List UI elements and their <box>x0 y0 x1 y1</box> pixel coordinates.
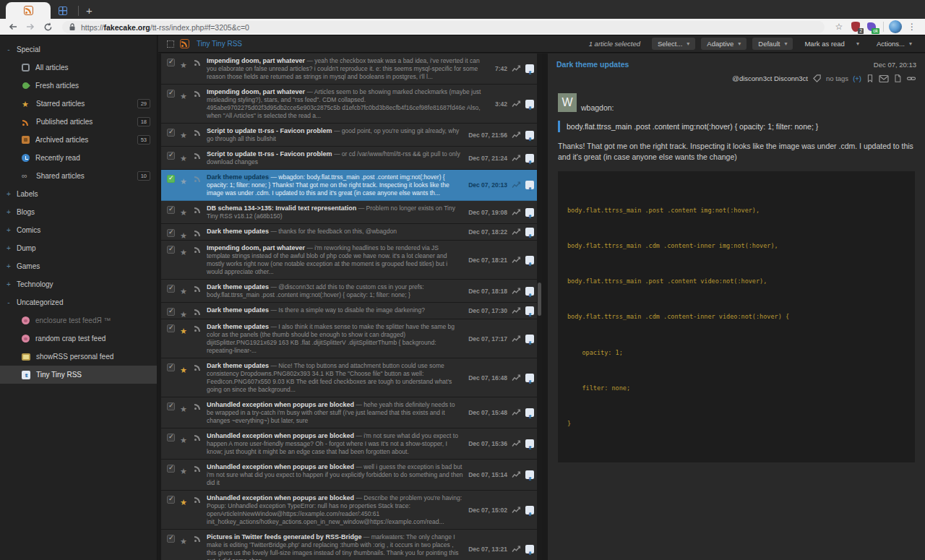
score-icon[interactable] <box>512 409 521 416</box>
sidebar-feed-item[interactable]: Tiny Tiny RSS <box>0 366 157 384</box>
row-checkbox[interactable] <box>167 402 175 410</box>
headline-row[interactable]: DB schema 134->135: Invalid text represe… <box>161 201 537 224</box>
star-icon[interactable] <box>180 245 189 254</box>
bookmark-star-icon[interactable]: ☆ <box>832 20 846 33</box>
headline-text[interactable]: Unhandled exception when popups are bloc… <box>207 494 463 526</box>
row-checkbox[interactable] <box>167 496 175 504</box>
headline-title[interactable]: Unhandled exception when popups are bloc… <box>207 494 354 501</box>
sidebar-category[interactable]: + Dump <box>0 239 157 257</box>
headline-text[interactable]: Dark theme updates — I also think it mak… <box>207 322 463 355</box>
headline-text[interactable]: DB schema 134->135: Invalid text represe… <box>207 204 463 220</box>
order-dropdown[interactable]: Default ▾ <box>752 38 793 50</box>
headline-row[interactable]: Script to update tt-rss - Favicon proble… <box>161 124 537 147</box>
star-icon[interactable] <box>180 174 189 183</box>
row-checkbox[interactable] <box>167 465 175 473</box>
expand-icon[interactable]: + <box>6 208 12 216</box>
headline-text[interactable]: Script to update tt-rss - Favicon proble… <box>207 126 463 143</box>
sidebar-special-item[interactable]: All articles <box>0 59 157 77</box>
current-feed-title[interactable]: Tiny Tiny RSS <box>197 40 242 48</box>
headline-row[interactable]: Unhandled exception when popups are bloc… <box>161 491 537 530</box>
collapse-icon[interactable]: - <box>6 298 12 306</box>
headline-row[interactable]: Dark theme updates — @disconn3ct add thi… <box>161 280 537 303</box>
headline-row[interactable]: Impending doom, part whatever — yeah the… <box>161 53 537 85</box>
sidebar-feed-item[interactable]: random crap test feed <box>0 329 157 348</box>
headline-text[interactable]: Impending doom, part whatever — Articles… <box>207 87 490 120</box>
row-checkbox[interactable] <box>167 246 175 254</box>
headline-title[interactable]: Impending doom, part whatever <box>207 88 305 95</box>
headline-text[interactable]: Unhandled exception when popups are bloc… <box>207 400 463 425</box>
sidebar-category[interactable]: + Comics <box>0 221 157 239</box>
score-icon[interactable] <box>512 507 521 514</box>
row-checkbox[interactable] <box>167 152 175 160</box>
star-icon[interactable] <box>180 58 189 66</box>
row-checkbox[interactable] <box>167 285 175 293</box>
headline-text[interactable]: Impending doom, part whatever — i'm rewo… <box>207 244 463 276</box>
bookmark-icon[interactable] <box>866 74 874 83</box>
score-icon[interactable] <box>512 307 521 314</box>
star-icon[interactable] <box>180 284 189 293</box>
star-icon[interactable] <box>180 228 189 237</box>
headline-row[interactable]: Dark theme updates — thanks for the feed… <box>161 224 537 241</box>
headline-title[interactable]: Dark theme updates <box>207 283 269 290</box>
expand-icon[interactable]: + <box>6 190 12 198</box>
add-tag-button[interactable]: (+) <box>853 74 861 82</box>
headline-title[interactable]: Pictures in Twitter feeds generated by R… <box>207 533 361 540</box>
star-icon[interactable] <box>180 324 189 332</box>
sidebar-special-item[interactable]: Starred articles 29 <box>0 95 157 113</box>
url-bar[interactable]: https://fakecake.org/tt-rss/index.php#f=… <box>62 21 825 33</box>
expand-icon[interactable]: + <box>6 226 12 234</box>
headline-row[interactable]: Impending doom, part whatever — Articles… <box>161 85 537 124</box>
score-icon[interactable] <box>512 100 521 108</box>
score-icon[interactable] <box>512 440 521 447</box>
score-icon[interactable] <box>512 132 521 139</box>
star-icon[interactable] <box>180 534 189 543</box>
forward-button[interactable] <box>23 20 38 33</box>
sidebar-category[interactable]: + Technology <box>0 275 157 293</box>
headline-row[interactable]: Script to update tt-rss - Favicon proble… <box>161 147 537 170</box>
browser-tab-ttrss[interactable] <box>6 2 51 19</box>
sidebar-section-uncategorized[interactable]: - Uncategorized <box>0 293 157 311</box>
shield-extension-icon[interactable]: 2 <box>849 20 862 33</box>
sidebar-special-item[interactable]: Fresh articles <box>0 77 157 95</box>
sidebar-special-item[interactable]: Archived articles 53 <box>0 131 157 149</box>
reload-button[interactable] <box>40 20 55 33</box>
headline-title[interactable]: Dark theme updates <box>207 173 269 181</box>
score-icon[interactable] <box>512 228 521 236</box>
headline-text[interactable]: Script to update tt-rss - Favicon proble… <box>207 150 463 166</box>
headline-row[interactable]: Unhandled exception when popups are bloc… <box>161 397 537 428</box>
headline-text[interactable]: Dark theme updates — @disconn3ct add thi… <box>207 283 463 299</box>
list-scrollbar[interactable] <box>537 53 542 560</box>
row-checkbox[interactable] <box>167 90 175 98</box>
star-icon[interactable] <box>180 495 189 504</box>
actions-dropdown[interactable]: Actions... ▾ <box>871 38 918 50</box>
row-checkbox[interactable] <box>167 206 175 214</box>
row-checkbox[interactable] <box>167 59 175 66</box>
ok-extension-icon[interactable]: ok <box>865 20 878 33</box>
headline-title[interactable]: Script to update tt-rss - Favicon proble… <box>207 150 332 158</box>
headline-title[interactable]: Unhandled exception when popups are bloc… <box>207 432 354 439</box>
star-icon[interactable] <box>180 205 189 214</box>
headline-title[interactable]: DB schema 134->135: Invalid text represe… <box>207 204 356 212</box>
sidebar-special-item[interactable]: Published articles 18 <box>0 113 157 131</box>
headline-title[interactable]: Unhandled exception when popups are bloc… <box>207 463 354 470</box>
expand-icon[interactable]: + <box>6 280 12 288</box>
headline-title[interactable]: Impending doom, part whatever <box>207 57 305 64</box>
headline-title[interactable]: Dark theme updates <box>207 306 269 314</box>
row-checkbox[interactable] <box>167 324 175 332</box>
sidebar-section-special[interactable]: - Special <box>0 40 157 59</box>
headline-title[interactable]: Dark theme updates <box>207 362 269 369</box>
row-checkbox[interactable] <box>167 229 175 237</box>
email-icon[interactable] <box>879 74 889 83</box>
mark-as-read-button[interactable]: Mark as read ▾ <box>799 38 864 50</box>
star-icon[interactable] <box>180 89 189 98</box>
select-dropdown[interactable]: Select... ▾ <box>652 38 695 50</box>
score-icon[interactable] <box>512 374 521 382</box>
browser-menu-icon[interactable]: ⋮ <box>905 22 919 32</box>
row-checkbox[interactable] <box>167 434 175 441</box>
star-icon[interactable] <box>180 433 189 441</box>
sidebar-category[interactable]: + Games <box>0 257 157 275</box>
headline-text[interactable]: Unhandled exception when popups are bloc… <box>207 431 463 456</box>
star-icon[interactable] <box>180 151 189 160</box>
row-checkbox[interactable] <box>167 363 175 371</box>
row-checkbox[interactable] <box>167 129 175 137</box>
